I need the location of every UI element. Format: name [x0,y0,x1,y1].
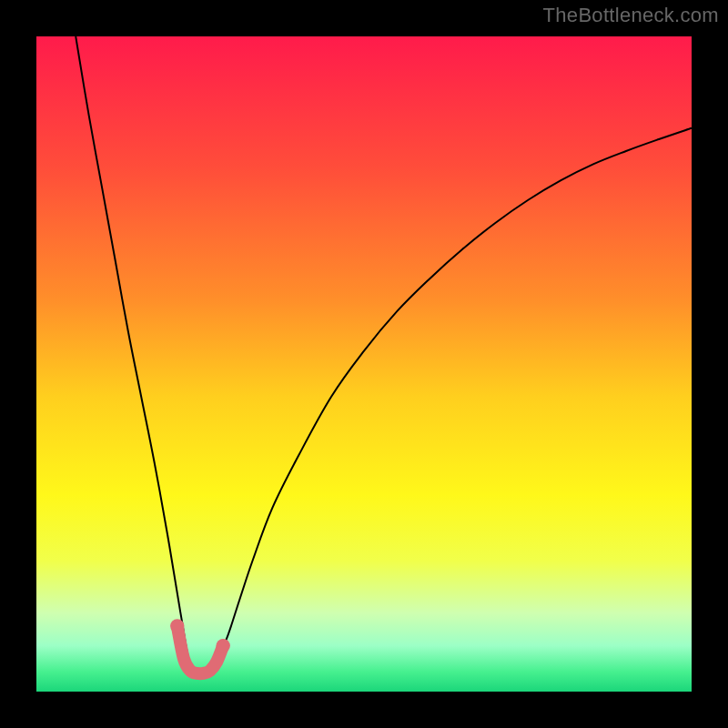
chart-svg [36,36,692,692]
plot-area [36,36,692,692]
attribution-watermark: TheBottleneck.com [543,4,719,27]
series-valley-highlight-cap [170,619,184,632]
chart-container: TheBottleneck.com [0,0,728,728]
series-valley-highlight-cap [217,639,230,652]
